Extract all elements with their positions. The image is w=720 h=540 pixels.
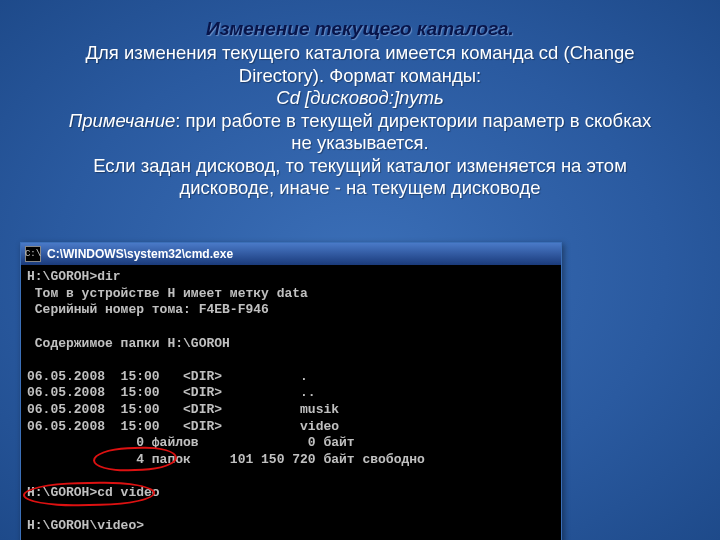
cmd-body[interactable]: H:\GOROH>dir Том в устройстве H имеет ме… xyxy=(21,265,561,540)
cmd-line: 06.05.2008 15:00 <DIR> video xyxy=(27,419,339,434)
cmd-line: 06.05.2008 15:00 <DIR> . xyxy=(27,369,308,384)
slide-body: Для изменения текущего каталога имеется … xyxy=(28,42,692,200)
body-line-3a: Примечание: при работе в текущей директо… xyxy=(69,110,652,131)
cmd-line: H:\GOROH>dir xyxy=(27,269,121,284)
body-line-1a: Для изменения текущего каталога имеется … xyxy=(85,42,634,63)
cmd-titlebar[interactable]: C:\ C:\WINDOWS\system32\cmd.exe xyxy=(21,243,561,265)
body-line-2: Cd [дисковод:]путь xyxy=(276,87,443,108)
cmd-line: Содержимое папки H:\GOROH xyxy=(27,336,230,351)
cmd-line: H:\GOROH>cd video xyxy=(27,485,160,500)
cmd-line: Том в устройстве H имеет метку data xyxy=(27,286,308,301)
body-line-4b: дисководе, иначе - на текущем дисководе xyxy=(179,177,540,198)
slide: Изменение текущего каталога. Для изменен… xyxy=(0,0,720,540)
cmd-line: H:\GOROH\video> xyxy=(27,518,144,533)
cmd-line: 06.05.2008 15:00 <DIR> musik xyxy=(27,402,339,417)
body-line-3b: не указывается. xyxy=(291,132,429,153)
body-line-4a: Если задан дисковод, то текущий каталог … xyxy=(93,155,627,176)
cmd-icon: C:\ xyxy=(25,246,41,262)
cmd-line: 06.05.2008 15:00 <DIR> .. xyxy=(27,385,316,400)
cmd-window: C:\ C:\WINDOWS\system32\cmd.exe H:\GOROH… xyxy=(20,242,562,540)
slide-title: Изменение текущего каталога. xyxy=(28,18,692,40)
body-line-1b: Directory). Формат команды: xyxy=(239,65,481,86)
cmd-line: 0 файлов 0 байт xyxy=(27,435,355,450)
cmd-title-text: C:\WINDOWS\system32\cmd.exe xyxy=(47,247,233,261)
cmd-line: 4 папок 101 150 720 байт свободно xyxy=(27,452,425,467)
cmd-line: Серийный номер тома: F4EB-F946 xyxy=(27,302,269,317)
